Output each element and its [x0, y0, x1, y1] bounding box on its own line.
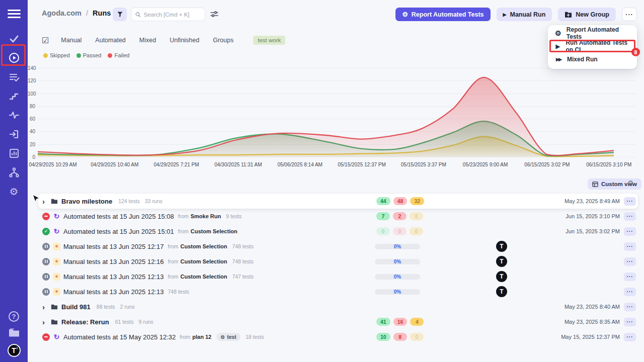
row-menu-button[interactable]: ··· [624, 318, 636, 326]
failed-badge: 16 [393, 318, 408, 326]
skipped-badge: 0 [410, 333, 424, 341]
row-menu-button[interactable]: ··· [624, 242, 636, 251]
view-settings-gear-icon[interactable]: ⚙ [627, 179, 634, 187]
x-axis-label: 05/15/2025 3:37 PM [401, 162, 446, 167]
row-menu-button[interactable]: ··· [624, 197, 636, 206]
filter-settings-icon[interactable] [210, 11, 218, 18]
status-paused-icon [42, 288, 50, 296]
folder-plus-icon [565, 11, 572, 18]
search-icon [135, 12, 140, 18]
tab-mixed[interactable]: Mixed [139, 37, 156, 44]
run-source[interactable]: Smoke Run [191, 213, 221, 219]
status-passed-icon: ✓ [42, 228, 50, 235]
table-row[interactable]: ✳Manual tests at 13 Jun 2025 12:17fromCu… [38, 239, 638, 254]
manual-run-button[interactable]: ▶ Manual Run [497, 8, 552, 21]
automated-run-icon: ↻ [53, 333, 60, 341]
run-title[interactable]: Manual tests at 13 Jun 2025 12:13 [63, 288, 164, 296]
assignee-avatar[interactable]: T [496, 271, 507, 282]
analytics-icon [9, 148, 20, 159]
checklist-icon[interactable]: ☑ [42, 36, 49, 45]
sidebar-item-plans[interactable] [5, 67, 24, 86]
run-title[interactable]: Manual tests at 13 Jun 2025 12:13 [63, 273, 164, 281]
assignee-avatar[interactable]: T [496, 241, 507, 252]
chevron-right-icon[interactable]: › [42, 303, 49, 311]
row-menu-button[interactable]: ··· [624, 257, 636, 266]
run-source[interactable]: Custom Selection [180, 258, 227, 264]
run-title[interactable]: Manual tests at 13 Jun 2025 12:17 [63, 243, 164, 250]
x-axis-label: 04/30/2025 11:31 AM [214, 162, 262, 167]
menu-item-2[interactable]: ▶▶Mixed Run [548, 53, 637, 66]
table-row[interactable]: ›Bravo milestone124 tests33 runs444832Ma… [38, 194, 638, 209]
menu-item-1[interactable]: ▶Run Automated Tests on CI [548, 40, 637, 53]
new-group-button[interactable]: New Group [558, 8, 616, 21]
search-input[interactable] [143, 12, 201, 18]
tab-unfinished[interactable]: Unfinished [170, 37, 199, 44]
table-view-icon [592, 182, 598, 187]
chevron-right-icon[interactable]: › [42, 318, 49, 326]
x-axis-label: 04/29/2025 10:29 AM [29, 162, 76, 167]
manual-run-icon: ✳ [53, 258, 60, 265]
assignee-avatar[interactable]: T [496, 256, 507, 267]
sidebar-item-tests[interactable] [5, 29, 24, 48]
breadcrumb-project[interactable]: Agoda.com [42, 9, 82, 17]
table-row[interactable]: ✳Manual tests at 13 Jun 2025 12:13748 te… [38, 284, 638, 299]
table-row[interactable]: ↻Automated tests at 15 Jun 2025 15:08fro… [38, 209, 638, 224]
assignee-avatar[interactable]: T [496, 286, 507, 297]
sidebar-item-milestones[interactable] [5, 86, 24, 106]
group-name[interactable]: Bravo milestone [61, 198, 112, 205]
table-row[interactable]: ›Build 98188 tests2 runsMay 23, 2025 8:4… [38, 299, 638, 314]
run-tag[interactable]: ⚙test [216, 333, 240, 341]
menu-item-0[interactable]: ⚙Report Automated Tests [548, 27, 637, 40]
progress-bar: 0% [375, 274, 420, 280]
run-title[interactable]: Automated tests at 15 May 2025 12:32 [63, 333, 176, 341]
help-icon[interactable]: ? [9, 311, 19, 322]
tab-manual[interactable]: Manual [61, 37, 82, 44]
table-row[interactable]: ✳Manual tests at 13 Jun 2025 12:13fromCu… [38, 269, 638, 284]
tab-automated[interactable]: Automated [95, 37, 125, 44]
breadcrumb-page: Runs [93, 9, 111, 17]
projects-folder-icon[interactable] [8, 327, 21, 338]
sidebar-item-settings[interactable]: ⚙ [5, 182, 24, 201]
chevron-right-icon[interactable]: › [42, 198, 49, 205]
row-menu-button[interactable]: ··· [624, 212, 636, 221]
group-name[interactable]: Release: Rerun [61, 318, 109, 326]
folder-icon [51, 319, 58, 325]
sidebar-item-analytics[interactable] [5, 144, 24, 163]
row-menu-button[interactable]: ··· [624, 227, 636, 236]
table-row[interactable]: ✓↻Automated tests at 15 Jun 2025 15:01fr… [38, 224, 638, 239]
group-name[interactable]: Build 981 [61, 303, 91, 311]
tag-pill[interactable]: test work [253, 36, 285, 45]
row-menu-button[interactable]: ··· [624, 273, 636, 281]
manual-run-icon: ✳ [53, 288, 60, 296]
run-source[interactable]: Custom Selection [180, 243, 227, 249]
import-icon [9, 129, 20, 140]
sidebar-item-runs[interactable] [5, 48, 24, 67]
progress-value: 0% [394, 259, 401, 264]
testomat-logo[interactable]: T [8, 344, 21, 357]
menu-icon[interactable] [8, 7, 21, 20]
run-source[interactable]: plan 12 [192, 334, 211, 340]
table-row[interactable]: ›Release: Rerun61 tests9 runs41164May 23… [38, 314, 638, 329]
sidebar-item-import[interactable] [5, 125, 24, 144]
row-menu-button[interactable]: ··· [624, 303, 636, 311]
result-badges: 1080 [376, 333, 424, 341]
sidebar-item-pulse[interactable] [5, 106, 24, 125]
row-menu-button[interactable]: ··· [624, 288, 636, 296]
sidebar-item-branches[interactable] [5, 163, 24, 182]
filter-button[interactable] [113, 8, 127, 21]
run-source[interactable]: Custom Selection [180, 274, 227, 280]
ellipsis-icon: ··· [625, 11, 633, 18]
automated-run-icon: ↻ [53, 228, 60, 235]
run-title[interactable]: Automated tests at 15 Jun 2025 15:08 [63, 213, 174, 220]
run-source[interactable]: Custom Selection [191, 228, 237, 234]
more-actions-button[interactable]: ··· [622, 8, 637, 21]
tab-groups[interactable]: Groups [213, 37, 233, 44]
report-automated-tests-button[interactable]: ⚙ Report Automated Tests [395, 8, 490, 21]
y-axis-label: 120 [28, 78, 35, 83]
row-menu-button[interactable]: ··· [624, 333, 636, 341]
table-row[interactable]: ↻Automated tests at 15 May 2025 12:32fro… [38, 329, 638, 344]
run-title[interactable]: Manual tests at 13 Jun 2025 12:16 [63, 258, 164, 265]
table-row[interactable]: ✳Manual tests at 13 Jun 2025 12:16fromCu… [38, 254, 638, 269]
run-title[interactable]: Automated tests at 15 Jun 2025 15:01 [63, 228, 174, 235]
branch-icon [9, 167, 20, 178]
